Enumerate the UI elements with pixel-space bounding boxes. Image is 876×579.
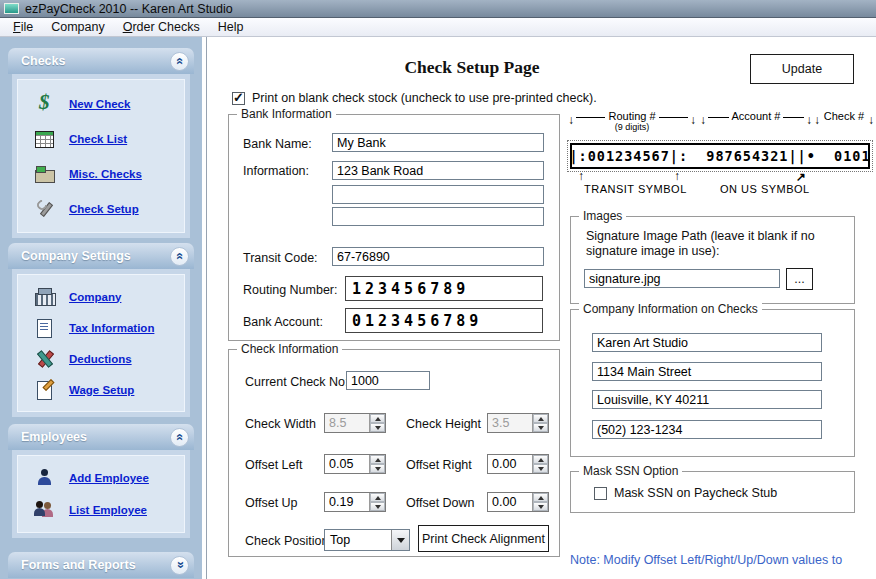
spin-up-icon: [370, 414, 385, 423]
check-width-label: Check Width: [245, 417, 316, 431]
bank-info-line1-input[interactable]: [332, 161, 544, 180]
document-icon: [34, 318, 56, 338]
menu-bar: File Company Order Checks Help: [0, 18, 876, 37]
print-blank-stock-row: Print on blank check stock (uncheck to u…: [232, 91, 597, 105]
sidebar-link[interactable]: Misc. Checks: [69, 168, 142, 180]
print-blank-stock-label: Print on blank check stock (uncheck to u…: [252, 91, 597, 105]
offset-up-spinner[interactable]: 0.19: [324, 492, 386, 512]
on-us-symbol-label: ON US SYMBOL: [720, 183, 810, 195]
check-position-select[interactable]: Top: [324, 529, 410, 551]
sidebar-item-wage-setup[interactable]: Wage Setup: [34, 374, 180, 405]
bank-account-label: Bank Account:: [243, 315, 323, 329]
sidebar-item-list-employee[interactable]: List Employee: [34, 494, 180, 526]
sidebar-link[interactable]: Company: [69, 291, 121, 303]
dropdown-arrow-icon[interactable]: [391, 530, 409, 550]
section-header-forms-and-reports[interactable]: Forms and Reports «: [8, 552, 194, 578]
sidebar-link[interactable]: Add Employee: [69, 472, 149, 484]
spin-up-icon[interactable]: [370, 455, 385, 464]
offset-note: Note: Modify Offset Left/Right/Up/Down v…: [570, 523, 862, 579]
sidebar-link[interactable]: Tax Information: [69, 322, 154, 334]
sidebar-item-new-check[interactable]: New Check: [34, 86, 180, 121]
micr-line: |:001234567|: 987654321||• 0101: [570, 143, 870, 169]
check-position-label: Check Position: [245, 534, 328, 548]
transit-arrow-icon: ↑: [578, 169, 584, 183]
sidebar-item-check-setup[interactable]: Check Setup: [34, 191, 180, 226]
group-legend: Images: [579, 209, 626, 223]
sidebar-item-add-employee[interactable]: Add Employee: [34, 462, 180, 494]
sidebar-section-checks: Checks « New Check Check List Misc. Chec…: [8, 48, 194, 238]
bank-info-line2-input[interactable]: [332, 185, 544, 204]
sidebar: Checks « New Check Check List Misc. Chec…: [0, 37, 202, 579]
sidebar-link[interactable]: Check Setup: [69, 203, 139, 215]
offset-right-spinner[interactable]: 0.00: [487, 454, 549, 474]
expand-chevron-down-icon[interactable]: «: [170, 556, 189, 575]
information-label: Information:: [243, 164, 309, 178]
table-icon: [34, 129, 56, 149]
sidebar-link[interactable]: New Check: [69, 98, 130, 110]
section-header-checks[interactable]: Checks «: [8, 48, 194, 74]
sidebar-link[interactable]: Deductions: [69, 353, 132, 365]
bank-name-label: Bank Name:: [243, 137, 312, 151]
sidebar-item-deductions[interactable]: Deductions: [34, 343, 180, 374]
spin-down-icon[interactable]: [370, 464, 385, 473]
menu-company[interactable]: Company: [42, 19, 114, 35]
company-city-input[interactable]: [592, 390, 822, 409]
spin-up-icon[interactable]: [533, 455, 548, 464]
browse-button[interactable]: ...: [786, 268, 813, 290]
spin-up-icon[interactable]: [533, 493, 548, 502]
menu-help[interactable]: Help: [209, 19, 253, 35]
company-name-input[interactable]: [592, 333, 822, 352]
check-number-label: Check #: [821, 110, 867, 122]
collapse-chevron-up-icon[interactable]: «: [170, 52, 189, 71]
spin-up-icon[interactable]: [370, 493, 385, 502]
offset-left-label: Offset Left: [245, 458, 302, 472]
offset-left-spinner[interactable]: 0.05: [324, 454, 386, 474]
collapse-chevron-up-icon[interactable]: «: [170, 247, 189, 266]
mask-ssn-checkbox[interactable]: [594, 487, 607, 500]
print-check-alignment-button[interactable]: Print Check Alignment: [418, 525, 549, 552]
sidebar-item-tax-information[interactable]: Tax Information: [34, 312, 180, 343]
sidebar-link[interactable]: List Employee: [69, 504, 147, 516]
menu-order-checks[interactable]: Order Checks: [114, 19, 209, 35]
sidebar-link[interactable]: Wage Setup: [69, 384, 134, 396]
folder-icon: [34, 164, 56, 184]
group-legend: Company Information on Checks: [579, 302, 762, 316]
bank-account-input[interactable]: [345, 308, 543, 333]
spin-down-icon[interactable]: [370, 502, 385, 511]
print-blank-stock-checkbox[interactable]: [232, 92, 245, 105]
transit-code-input[interactable]: [332, 247, 544, 266]
wrench-icon: [34, 199, 56, 219]
offset-down-spinner[interactable]: 0.00: [487, 492, 549, 512]
sidebar-item-misc-checks[interactable]: Misc. Checks: [34, 156, 180, 191]
sidebar-section-employees: Employees « Add Employee List Employee: [8, 424, 194, 538]
transit-code-label: Transit Code:: [243, 251, 318, 265]
bank-info-line3-input[interactable]: [332, 207, 544, 226]
check-width-spinner: 8.5: [324, 413, 386, 433]
routing-sublabel: (9 digits): [608, 122, 655, 132]
check-height-spinner: 3.5: [487, 413, 549, 433]
spin-down-icon[interactable]: [533, 464, 548, 473]
section-title: Company Settings: [21, 249, 131, 263]
update-button[interactable]: Update: [750, 54, 854, 84]
sidebar-item-check-list[interactable]: Check List: [34, 121, 180, 156]
menu-file[interactable]: File: [4, 19, 42, 35]
sidebar-link[interactable]: Check List: [69, 133, 127, 145]
sidebar-item-company[interactable]: Company: [34, 281, 180, 312]
collapse-chevron-up-icon[interactable]: «: [170, 428, 189, 447]
app-body: Checks « New Check Check List Misc. Chec…: [0, 37, 876, 579]
mask-ssn-group: Mask SSN Option Mask SSN on Paycheck Stu…: [570, 471, 855, 513]
transit-symbol-label: TRANSIT SYMBOL: [584, 183, 687, 195]
images-group: Images Signature Image Path (leave it bl…: [570, 216, 855, 304]
section-header-employees[interactable]: Employees «: [8, 424, 194, 450]
spin-down-icon[interactable]: [533, 502, 548, 511]
signature-path-input[interactable]: [584, 269, 780, 288]
current-check-no-input[interactable]: [346, 371, 430, 390]
company-street-input[interactable]: [592, 362, 822, 381]
company-phone-input[interactable]: [592, 420, 822, 439]
bank-name-input[interactable]: [332, 133, 544, 152]
page-title: Check Setup Page: [362, 57, 582, 78]
routing-number-input[interactable]: [345, 276, 543, 301]
spin-up-icon: [533, 414, 548, 423]
offset-down-label: Offset Down: [406, 496, 475, 510]
section-header-company-settings[interactable]: Company Settings «: [8, 243, 194, 269]
